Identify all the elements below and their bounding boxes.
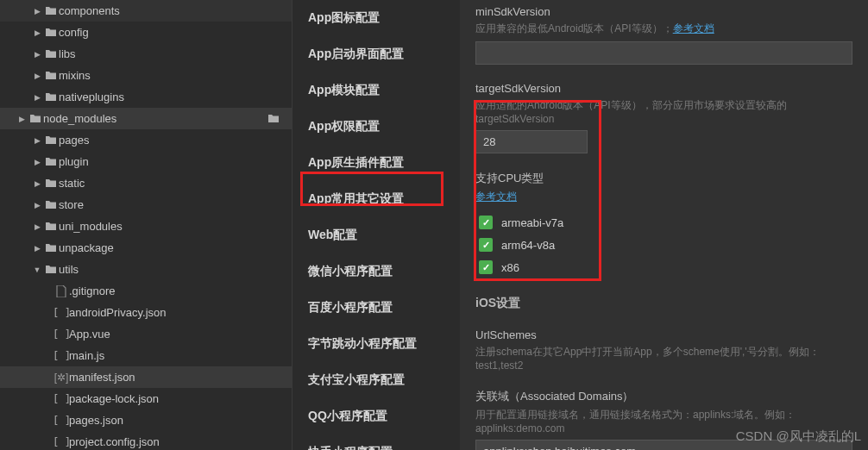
folder-icon <box>43 92 59 102</box>
targetsdk-title: targetSdkVersion <box>475 82 852 95</box>
folder-icon <box>43 200 59 209</box>
tree-item-uni-modules[interactable]: ▶uni_modules <box>0 216 292 237</box>
json-icon: [ ] <box>53 435 69 448</box>
cpu-label: arm64-v8a <box>501 239 555 252</box>
folder-icon <box>43 71 59 80</box>
cpu-label: armeabi-v7a <box>501 216 563 229</box>
tree-label: plugin <box>59 155 89 168</box>
checkbox-checked-icon[interactable]: ✓ <box>479 238 493 252</box>
cpu-types: ✓armeabi-v7a✓arm64-v8a✓x86 <box>475 211 852 278</box>
settings-nav[interactable]: App图标配置App启动界面配置App模块配置App权限配置App原生插件配置A… <box>292 0 460 450</box>
tree-item-App-vue[interactable]: [ ]App.vue <box>0 323 292 345</box>
chevron-icon: ▶ <box>31 7 43 16</box>
cpu-x86[interactable]: ✓x86 <box>475 256 852 278</box>
tree-item-store[interactable]: ▶store <box>0 194 292 216</box>
assoc-title: 关联域（Associated Domains） <box>475 389 852 404</box>
chevron-icon: ▶ <box>31 50 43 59</box>
tree-item-config[interactable]: ▶config <box>0 22 292 43</box>
minsdk-doc-link[interactable]: 参考文档 <box>673 22 714 34</box>
minsdk-title: minSdkVersion <box>475 5 852 18</box>
json-icon: [ ] <box>53 306 69 319</box>
minsdk-input[interactable] <box>475 41 852 65</box>
tree-item-static[interactable]: ▶static <box>0 172 292 194</box>
nav-item-2[interactable]: App模块配置 <box>292 72 460 109</box>
tree-label: nativeplugins <box>59 91 124 103</box>
chevron-icon: ▶ <box>31 28 43 37</box>
targetsdk-input[interactable] <box>475 130 588 153</box>
checkbox-checked-icon[interactable]: ✓ <box>479 216 493 229</box>
tree-item-node-modules[interactable]: ▶node_modules <box>0 108 292 129</box>
folder-icon <box>43 157 59 166</box>
checkbox-checked-icon[interactable]: ✓ <box>479 260 493 274</box>
chevron-icon: ▼ <box>31 266 43 274</box>
tree-item-unpackage[interactable]: ▶unpackage <box>0 237 292 259</box>
tree-label: libs <box>59 47 76 60</box>
tree-item-components[interactable]: ▶components <box>0 0 292 22</box>
settings-panel: minSdkVersion 应用兼容的最低Android版本（API等级）；参考… <box>460 0 868 450</box>
tree-item-nativeplugins[interactable]: ▶nativeplugins <box>0 86 292 108</box>
tree-item-project-config-json[interactable]: [ ]project.config.json <box>0 431 292 450</box>
tree-label: mixins <box>59 69 91 82</box>
folder-icon <box>43 222 59 231</box>
tree-label: App.vue <box>69 328 110 341</box>
folder-icon <box>43 28 59 37</box>
nav-item-5[interactable]: App常用其它设置 <box>292 181 460 217</box>
chevron-icon: ▶ <box>31 136 43 145</box>
chevron-icon: ▶ <box>16 115 28 123</box>
tree-item-package-lock-json[interactable]: [ ]package-lock.json <box>0 388 292 409</box>
tree-item-utils[interactable]: ▼utils <box>0 259 292 280</box>
file-explorer[interactable]: ▶components▶config▶libs▶mixins▶nativeplu… <box>0 0 292 450</box>
ios-title: iOS设置 <box>475 296 852 311</box>
nav-item-7[interactable]: 微信小程序配置 <box>292 253 460 290</box>
folder-icon <box>43 135 59 145</box>
nav-item-0[interactable]: App图标配置 <box>292 0 460 36</box>
nav-item-8[interactable]: 百度小程序配置 <box>292 290 460 326</box>
tree-label: node_modules <box>43 112 116 125</box>
tree-label: pages <box>59 134 89 147</box>
tree-label: components <box>59 4 120 17</box>
tree-label: static <box>59 177 85 190</box>
json-icon: [ ] <box>53 392 69 405</box>
chevron-icon: ▶ <box>31 72 43 80</box>
tree-item-pages-json[interactable]: [ ]pages.json <box>0 409 292 431</box>
folder-icon <box>28 114 43 123</box>
cpu-armeabi-v7a[interactable]: ✓armeabi-v7a <box>475 211 852 234</box>
tree-item-androidPrivacy-json[interactable]: [ ]androidPrivacy.json <box>0 302 292 323</box>
tree-item--gitignore[interactable]: .gitignore <box>0 280 292 302</box>
tree-label: store <box>59 198 84 211</box>
cpu-arm64-v8a[interactable]: ✓arm64-v8a <box>475 234 852 256</box>
nav-item-6[interactable]: Web配置 <box>292 217 460 253</box>
tree-item-mixins[interactable]: ▶mixins <box>0 65 292 86</box>
tree-item-pages[interactable]: ▶pages <box>0 129 292 151</box>
targetsdk-desc: 应用适配的Android版本（API等级），部分应用市场要求设置较高的targe… <box>475 98 852 125</box>
tree-item-libs[interactable]: ▶libs <box>0 43 292 65</box>
nav-item-1[interactable]: App启动界面配置 <box>292 36 460 72</box>
chevron-icon: ▶ <box>31 222 43 231</box>
json-icon: [ ] <box>53 349 69 362</box>
cpu-doc-link[interactable]: 参考文档 <box>475 191 517 203</box>
chevron-icon: ▶ <box>31 244 43 253</box>
urlschemes-desc: 注册schema在其它App中打开当前App，多个scheme使用','号分割。… <box>475 345 852 372</box>
nav-item-4[interactable]: App原生插件配置 <box>292 145 460 181</box>
nav-item-12[interactable]: 快手小程序配置 <box>292 434 460 450</box>
nav-item-3[interactable]: App权限配置 <box>292 109 460 145</box>
tree-item-main-js[interactable]: [ ]main.js <box>0 345 292 366</box>
watermark: CSDN @风中凌乱的L <box>736 428 861 445</box>
nav-item-10[interactable]: 支付宝小程序配置 <box>292 362 460 398</box>
chevron-icon: ▶ <box>31 179 43 188</box>
folder-icon <box>43 178 59 188</box>
nav-item-11[interactable]: QQ小程序配置 <box>292 398 460 434</box>
json-icon: [ ] <box>53 328 69 341</box>
folder-icon <box>43 243 59 253</box>
minsdk-desc: 应用兼容的最低Android版本（API等级）；参考文档 <box>475 22 852 36</box>
tree-label: uni_modules <box>59 220 123 233</box>
tree-item-manifest-json[interactable]: [✲]manifest.json <box>0 366 292 388</box>
nav-item-9[interactable]: 字节跳动小程序配置 <box>292 326 460 362</box>
gear-icon: [✲] <box>53 372 69 384</box>
tree-label: manifest.json <box>69 371 135 384</box>
chevron-icon: ▶ <box>31 93 43 102</box>
tree-label: config <box>59 26 89 39</box>
tree-label: main.js <box>69 349 104 362</box>
tree-item-plugin[interactable]: ▶plugin <box>0 151 292 172</box>
tree-label: package-lock.json <box>69 392 159 405</box>
